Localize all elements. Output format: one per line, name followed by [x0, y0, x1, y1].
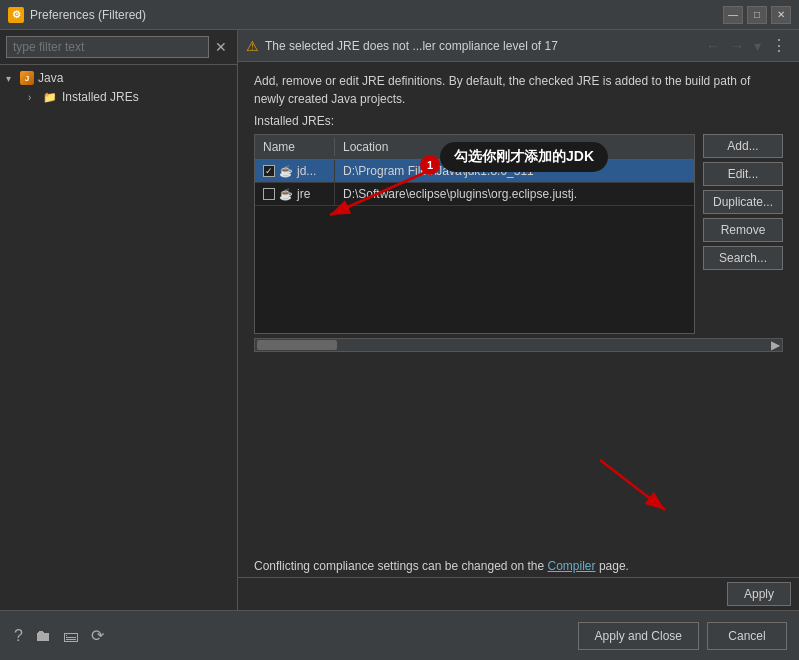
refresh-button[interactable]: ⟳ — [89, 624, 106, 647]
row2-location: D:\Software\eclipse\plugins\org.eclipse.… — [335, 183, 694, 205]
jre-icon-1: ☕ — [279, 165, 293, 178]
table-row[interactable]: ☕ jre D:\Software\eclipse\plugins\org.ec… — [255, 183, 694, 206]
minimize-button[interactable]: — — [723, 6, 743, 24]
compiler-link[interactable]: Compiler — [548, 559, 596, 573]
nav-back-button[interactable]: ← — [702, 36, 724, 56]
scroll-right-arrow[interactable]: ▶ — [771, 338, 780, 352]
jre-icon-2: ☕ — [279, 188, 293, 201]
jre-section-label: Installed JREs: — [254, 114, 783, 128]
sidebar-item-label-installed-jres: Installed JREs — [62, 90, 139, 104]
cancel-button[interactable]: Cancel — [707, 622, 787, 650]
title-bar: ⚙ Preferences (Filtered) — □ ✕ — [0, 0, 799, 30]
bottom-bar: ? 🖿 🖴 ⟳ Apply and Close Cancel — [0, 610, 799, 660]
search-clear-button[interactable]: ✕ — [211, 37, 231, 57]
remove-button[interactable]: Remove — [703, 218, 783, 242]
nav-down-button[interactable]: ▾ — [750, 36, 765, 56]
content-area: ⚠ The selected JRE does not ...ler compl… — [238, 30, 799, 610]
row1-name-cell: ☕ jd... — [255, 160, 335, 182]
compliance-suffix: page. — [599, 559, 629, 573]
title-controls: — □ ✕ — [723, 6, 791, 24]
horizontal-scrollbar[interactable]: ▶ — [254, 338, 783, 352]
compliance-prefix: Conflicting compliance settings can be c… — [254, 559, 548, 573]
duplicate-button[interactable]: Duplicate... — [703, 190, 783, 214]
description-area: Add, remove or edit JRE definitions. By … — [238, 62, 799, 114]
app-icon: ⚙ — [8, 7, 24, 23]
search-button[interactable]: Search... — [703, 246, 783, 270]
tree-child-arrow: › — [28, 92, 40, 103]
export-button[interactable]: 🖴 — [61, 625, 81, 647]
side-buttons: Add... Edit... Duplicate... Remove Searc… — [703, 134, 783, 334]
apply-and-close-button[interactable]: Apply and Close — [578, 622, 699, 650]
nav-fwd-button[interactable]: → — [726, 36, 748, 56]
description-text: Add, remove or edit JRE definitions. By … — [254, 74, 750, 106]
apply-button[interactable]: Apply — [727, 582, 791, 606]
tree-area: ▾ J Java › 📁 Installed JREs — [0, 65, 237, 610]
java-icon: J — [20, 71, 34, 85]
sidebar-item-label-java: Java — [38, 71, 63, 85]
import-button[interactable]: 🖿 — [33, 625, 53, 647]
annotation-tooltip: 勾选你刚才添加的JDK — [440, 142, 608, 172]
close-button[interactable]: ✕ — [771, 6, 791, 24]
bottom-action-buttons: Apply and Close Cancel — [578, 622, 787, 650]
add-button[interactable]: Add... — [703, 134, 783, 158]
apply-area: Apply — [238, 577, 799, 610]
jre-panel: Installed JREs: Name Location ☕ — [238, 114, 799, 553]
sidebar: ✕ ▾ J Java › 📁 Installed JREs — [0, 30, 238, 610]
row2-checkbox[interactable] — [263, 188, 275, 200]
warning-icon: ⚠ — [246, 38, 259, 54]
window-title: Preferences (Filtered) — [30, 8, 723, 22]
sidebar-item-java[interactable]: ▾ J Java — [0, 69, 237, 87]
search-input[interactable] — [6, 36, 209, 58]
menu-button[interactable]: ⋮ — [767, 34, 791, 57]
row1-checkbox[interactable] — [263, 165, 275, 177]
scroll-thumb[interactable] — [257, 340, 337, 350]
restore-button[interactable]: □ — [747, 6, 767, 24]
search-bar: ✕ — [0, 30, 237, 65]
row2-name-cell: ☕ jre — [255, 183, 335, 205]
help-button[interactable]: ? — [12, 625, 25, 647]
nav-buttons: ← → ▾ ⋮ — [702, 34, 791, 57]
folder-icon: 📁 — [42, 89, 58, 105]
row2-name: jre — [297, 187, 310, 201]
row1-name: jd... — [297, 164, 316, 178]
tree-expand-arrow: ▾ — [6, 73, 18, 84]
sidebar-item-installed-jres[interactable]: › 📁 Installed JREs — [0, 87, 237, 107]
edit-button[interactable]: Edit... — [703, 162, 783, 186]
main-layout: ✕ ▾ J Java › 📁 Installed JREs ⚠ The sele… — [0, 30, 799, 610]
annotation-step-number: 1 — [420, 155, 440, 175]
bottom-icons: ? 🖿 🖴 ⟳ — [12, 624, 106, 647]
table-body: ☕ jd... D:\Program Files\Java\jdk1.8.0_3… — [255, 160, 694, 333]
col-header-name: Name — [255, 138, 335, 156]
info-bar-text: The selected JRE does not ...ler complia… — [265, 39, 702, 53]
compliance-area: Conflicting compliance settings can be c… — [238, 553, 799, 577]
info-bar: ⚠ The selected JRE does not ...ler compl… — [238, 30, 799, 62]
